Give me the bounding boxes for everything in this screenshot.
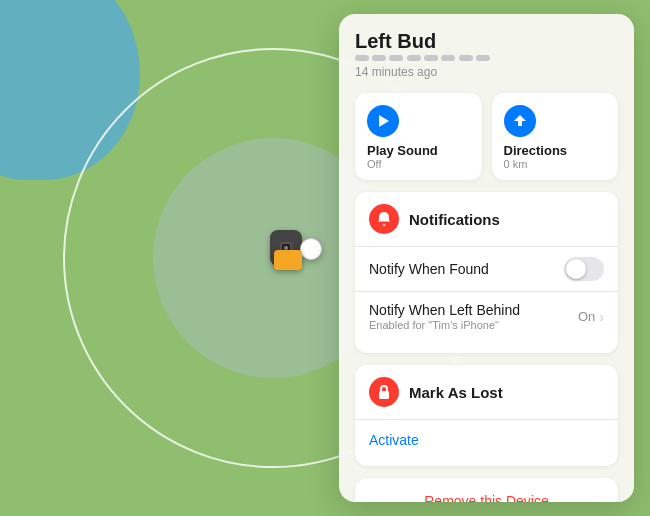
card-device-icon xyxy=(274,250,302,270)
notify-found-label: Notify When Found xyxy=(369,261,489,277)
notify-found-label-wrap: Notify When Found xyxy=(369,261,489,277)
notifications-card: Notifications Notify When Found Notify W… xyxy=(355,192,618,353)
notifications-header: Notifications xyxy=(369,204,604,234)
action-row: Play Sound Off Directions 0 km xyxy=(355,93,618,180)
notify-left-value: On xyxy=(578,309,595,324)
lost-title: Mark As Lost xyxy=(409,384,503,401)
play-sound-button[interactable]: Play Sound Off xyxy=(355,93,482,180)
chevron-right-icon: › xyxy=(599,309,604,325)
play-sound-icon-circle xyxy=(367,105,399,137)
notifications-title: Notifications xyxy=(409,211,500,228)
panel-title: Left Bud xyxy=(355,30,618,53)
last-seen-time: 14 minutes ago xyxy=(355,65,618,79)
dot-2 xyxy=(372,55,386,61)
dot-5 xyxy=(424,55,438,61)
toggle-thumb xyxy=(566,259,586,279)
directions-icon xyxy=(512,113,528,129)
device-panel: Left Bud 14 minutes ago xyxy=(339,14,634,502)
directions-button[interactable]: Directions 0 km xyxy=(492,93,619,180)
play-icon xyxy=(375,113,391,129)
notify-left-right: On › xyxy=(578,309,604,325)
lost-icon-circle xyxy=(369,377,399,407)
lost-header: Mark As Lost xyxy=(369,377,604,407)
bell-icon xyxy=(376,211,392,227)
directions-label: Directions xyxy=(504,143,607,158)
dot-4 xyxy=(407,55,421,61)
notify-left-sublabel: Enabled for "Tim's iPhone" xyxy=(369,319,520,331)
svg-rect-4 xyxy=(379,391,389,399)
play-sound-status: Off xyxy=(367,158,470,170)
directions-distance: 0 km xyxy=(504,158,607,170)
activate-link[interactable]: Activate xyxy=(369,430,604,454)
mark-as-lost-card: Mark As Lost Activate xyxy=(355,365,618,466)
dot-8 xyxy=(476,55,490,61)
notify-left-label-wrap: Notify When Left Behind Enabled for "Tim… xyxy=(369,302,520,331)
dot-7 xyxy=(459,55,473,61)
device-id-dots xyxy=(355,55,618,61)
directions-icon-circle xyxy=(504,105,536,137)
notify-left-label: Notify When Left Behind xyxy=(369,302,520,318)
remove-device-card[interactable]: Remove this Device xyxy=(355,478,618,502)
remove-label: Remove this Device xyxy=(424,493,549,502)
notify-left-row[interactable]: Notify When Left Behind Enabled for "Tim… xyxy=(369,292,604,341)
dot-3 xyxy=(389,55,403,61)
lock-icon xyxy=(376,384,392,400)
dot-6 xyxy=(441,55,455,61)
play-sound-label: Play Sound xyxy=(367,143,470,158)
svg-marker-3 xyxy=(379,115,389,127)
notify-found-row[interactable]: Notify When Found xyxy=(369,247,604,291)
notifications-icon-circle xyxy=(369,204,399,234)
small-device-icon xyxy=(300,238,322,260)
dot-1 xyxy=(355,55,369,61)
notify-found-toggle[interactable] xyxy=(564,257,604,281)
